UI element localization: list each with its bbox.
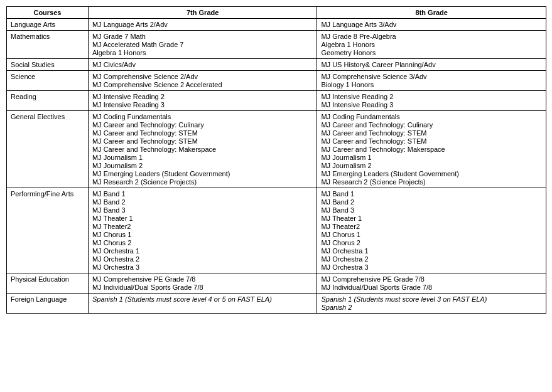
grade8-cell: MJ Comprehensive PE Grade 7/8MJ Individu… (317, 273, 546, 294)
course-item: MJ Orchestra 3 (321, 263, 542, 271)
course-item: MJ Comprehensive PE Grade 7/8 (92, 275, 313, 283)
course-item: MJ Individual/Dual Sports Grade 7/8 (92, 283, 313, 291)
table-row: General ElectivesMJ Coding FundamentalsM… (7, 111, 546, 188)
table-row: Performing/Fine ArtsMJ Band 1MJ Band 2MJ… (7, 188, 546, 273)
grade8-cell: MJ Intensive Reading 2MJ Intensive Readi… (317, 91, 546, 111)
course-item: MJ Band 1 (321, 190, 542, 198)
course-item: MJ Chorus 2 (92, 239, 313, 246)
course-item: MJ Coding Fundamentals (321, 113, 542, 120)
course-item: MJ Career and Technology: Culinary (321, 121, 542, 129)
course-item: MJ Theater 1 (92, 215, 313, 222)
category-cell: Performing/Fine Arts (7, 188, 89, 273)
course-item: MJ Grade 7 Math (92, 33, 313, 40)
table-row: ReadingMJ Intensive Reading 2MJ Intensiv… (7, 91, 546, 111)
course-item: MJ Language Arts 3/Adv (321, 21, 542, 28)
grade7-cell: MJ Comprehensive PE Grade 7/8MJ Individu… (88, 273, 317, 294)
course-item: MJ Career and Technology: Culinary (92, 121, 313, 129)
grade8-cell: MJ Language Arts 3/Adv (317, 19, 546, 31)
grade7-cell: MJ Band 1MJ Band 2MJ Band 3MJ Theater 1M… (88, 188, 317, 273)
course-item: MJ Research 2 (Science Projects) (321, 178, 542, 186)
course-item: MJ Band 2 (321, 198, 542, 206)
course-item: MJ Intensive Reading 3 (92, 101, 313, 109)
grade7-cell: MJ Comprehensive Science 2/AdvMJ Compreh… (88, 71, 317, 91)
table-row: Social StudiesMJ Civics/AdvMJ US History… (7, 59, 546, 71)
course-item: MJ Comprehensive Science 2/Adv (92, 73, 313, 80)
course-item: MJ Civics/Adv (92, 61, 313, 68)
course-item: MJ Journalism 1 (321, 154, 542, 161)
header-grade7: 7th Grade (88, 7, 317, 19)
table-row: Physical EducationMJ Comprehensive PE Gr… (7, 273, 546, 294)
grade7-cell: MJ Intensive Reading 2MJ Intensive Readi… (88, 91, 317, 111)
grade8-cell: MJ Coding FundamentalsMJ Career and Tech… (317, 111, 546, 188)
course-item: MJ Individual/Dual Sports Grade 7/8 (321, 283, 542, 291)
course-item: MJ Chorus 1 (321, 231, 542, 238)
course-item: MJ Band 3 (321, 206, 542, 214)
course-item: MJ US History& Career Planning/Adv (321, 61, 542, 68)
course-item: MJ Career and Technology: Makerspace (92, 146, 313, 153)
course-item: MJ Research 2 (Science Projects) (92, 178, 313, 186)
course-item: MJ Theater 1 (321, 215, 542, 222)
course-item: MJ Comprehensive Science 2 Accelerated (92, 81, 313, 88)
course-table: Courses 7th Grade 8th Grade Language Art… (6, 6, 546, 314)
course-item: Algebra 1 Honors (92, 49, 313, 56)
course-item: MJ Intensive Reading 3 (321, 101, 542, 109)
course-item: MJ Language Arts 2/Adv (92, 21, 313, 28)
table-row: Language ArtsMJ Language Arts 2/AdvMJ La… (7, 19, 546, 31)
category-cell: Language Arts (7, 19, 89, 31)
course-item: MJ Band 3 (92, 206, 313, 214)
course-item: MJ Orchestra 1 (321, 247, 542, 255)
course-item: MJ Coding Fundamentals (92, 113, 313, 120)
grade7-cell: MJ Coding FundamentalsMJ Career and Tech… (88, 111, 317, 188)
course-item: MJ Comprehensive PE Grade 7/8 (321, 275, 542, 283)
course-item: MJ Chorus 1 (92, 231, 313, 238)
header-grade8: 8th Grade (317, 7, 546, 19)
table-row: MathematicsMJ Grade 7 MathMJ Accelerated… (7, 31, 546, 59)
grade8-cell: MJ Grade 8 Pre-AlgebraAlgebra 1 HonorsGe… (317, 31, 546, 59)
course-item: MJ Orchestra 2 (92, 255, 313, 263)
course-item: MJ Accelerated Math Grade 7 (92, 41, 313, 48)
course-item: Spanish 1 (Students must score level 4 o… (92, 295, 313, 303)
course-item: MJ Grade 8 Pre-Algebra (321, 33, 542, 40)
course-item: MJ Chorus 2 (321, 239, 542, 246)
course-item: MJ Journalism 1 (92, 154, 313, 161)
table-row: ScienceMJ Comprehensive Science 2/AdvMJ … (7, 71, 546, 91)
category-cell: Science (7, 71, 89, 91)
grade7-cell: MJ Grade 7 MathMJ Accelerated Math Grade… (88, 31, 317, 59)
grade7-cell: MJ Civics/Adv (88, 59, 317, 71)
course-item: Geometry Honors (321, 49, 542, 56)
header-category: Courses (7, 7, 89, 19)
category-cell: Social Studies (7, 59, 89, 71)
category-cell: Physical Education (7, 273, 89, 294)
category-cell: General Electives (7, 111, 89, 188)
course-item: MJ Career and Technology: STEM (321, 129, 542, 137)
course-item: MJ Orchestra 1 (92, 247, 313, 255)
grade8-cell: MJ US History& Career Planning/Adv (317, 59, 546, 71)
grade8-cell: Spanish 1 (Students must score level 3 o… (317, 294, 546, 314)
course-item: MJ Career and Technology: Makerspace (321, 146, 542, 153)
course-item: MJ Comprehensive Science 3/Adv (321, 73, 542, 80)
course-item: MJ Band 1 (92, 190, 313, 198)
course-item: MJ Theater2 (321, 223, 542, 230)
course-item: Biology 1 Honors (321, 81, 542, 88)
category-cell: Reading (7, 91, 89, 111)
grade8-cell: MJ Band 1MJ Band 2MJ Band 3MJ Theater 1M… (317, 188, 546, 273)
course-item: MJ Orchestra 3 (92, 263, 313, 271)
course-item: MJ Career and Technology: STEM (321, 137, 542, 145)
course-item: MJ Intensive Reading 2 (92, 93, 313, 100)
course-item: MJ Orchestra 2 (321, 255, 542, 263)
grade7-cell: Spanish 1 (Students must score level 4 o… (88, 294, 317, 314)
course-item: MJ Emerging Leaders (Student Government) (92, 170, 313, 177)
course-item: Spanish 1 (Students must score level 3 o… (321, 295, 542, 303)
course-item: MJ Band 2 (92, 198, 313, 206)
course-item: MJ Emerging Leaders (Student Government) (321, 170, 542, 177)
table-row: Foreign LanguageSpanish 1 (Students must… (7, 294, 546, 314)
course-item: MJ Career and Technology: STEM (92, 129, 313, 137)
grade8-cell: MJ Comprehensive Science 3/AdvBiology 1 … (317, 71, 546, 91)
category-cell: Foreign Language (7, 294, 89, 314)
course-item: MJ Journalism 2 (92, 162, 313, 169)
course-item: MJ Career and Technology: STEM (92, 137, 313, 145)
category-cell: Mathematics (7, 31, 89, 59)
grade7-cell: MJ Language Arts 2/Adv (88, 19, 317, 31)
course-item: Algebra 1 Honors (321, 41, 542, 48)
course-item: MJ Intensive Reading 2 (321, 93, 542, 100)
